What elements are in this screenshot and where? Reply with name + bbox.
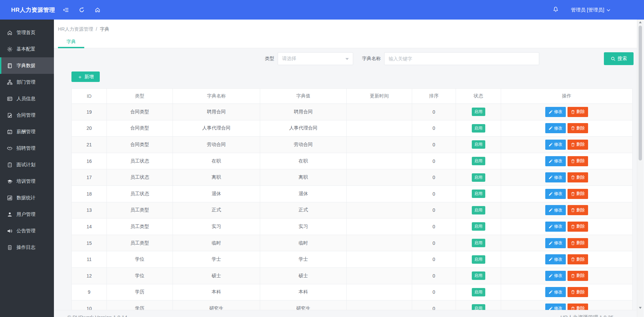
top-navbar: HR人力资源管理 管理员 [管理员] — [0, 0, 644, 20]
delete-button-label: 删除 — [576, 207, 585, 213]
bell-icon[interactable] — [553, 6, 559, 13]
sidebar-item-8[interactable]: ?面试计划 — [0, 156, 54, 173]
type-select[interactable]: 请选择 — [278, 52, 353, 65]
row-actions: 修改删除 — [545, 156, 588, 166]
table-row-11: 9学历本科本科0启用修改删除 — [72, 284, 632, 301]
sidebar-item-2[interactable]: 字典数据 — [0, 57, 54, 74]
cell-status: 启用 — [456, 235, 501, 251]
user-menu[interactable]: 管理员 [管理员] — [571, 7, 610, 13]
delete-button[interactable]: 删除 — [568, 172, 588, 182]
cell-type: 员工类型 — [107, 202, 173, 219]
delete-button[interactable]: 删除 — [568, 287, 588, 297]
sidebar-item-0[interactable]: 管理首页 — [0, 24, 54, 41]
cell-type: 学历 — [107, 284, 173, 300]
sidebar-item-4[interactable]: 人员信息 — [0, 90, 54, 107]
refresh-icon[interactable] — [79, 6, 85, 13]
delete-button-label: 删除 — [576, 224, 585, 229]
table-header: ID类型字典名称字典值更新时间排序状态操作 — [72, 89, 632, 104]
edit-button[interactable]: 修改 — [545, 254, 566, 264]
edit-button-label: 修改 — [554, 224, 562, 229]
scrollbar-up-arrow-icon[interactable] — [639, 21, 642, 23]
sidebar-item-13[interactable]: 操作日志 — [0, 239, 54, 256]
scrollbar-down-arrow-icon[interactable] — [639, 307, 642, 309]
svg-text:?: ? — [9, 164, 10, 167]
cell-dict-value: 离职 — [260, 169, 347, 185]
sidebar-item-7[interactable]: 招聘管理 — [0, 140, 54, 156]
dictionary-table: ID类型字典名称字典值更新时间排序状态操作 19合同类型聘用合同聘用合同0启用修… — [71, 88, 633, 317]
sidebar-item-12[interactable]: 公告管理 — [0, 223, 54, 239]
cell-dict-value: 劳动合同 — [260, 137, 347, 153]
status-badge: 启用 — [472, 157, 485, 165]
cell-dict-name: 劳动合同 — [173, 137, 260, 153]
type-filter-label: 类型 — [265, 56, 274, 62]
cell-id: 16 — [72, 153, 107, 169]
trash-icon — [571, 225, 575, 229]
edit-button[interactable]: 修改 — [545, 205, 566, 215]
delete-button[interactable]: 删除 — [568, 254, 588, 264]
sidebar-item-1[interactable]: 基本配置 — [0, 41, 54, 57]
row-actions: 修改删除 — [545, 271, 588, 281]
collapse-sidebar-icon[interactable] — [63, 6, 69, 13]
cell-actions: 修改删除 — [501, 120, 632, 137]
cell-updated-time — [347, 284, 412, 300]
scrollbar-thumb[interactable] — [639, 26, 642, 161]
delete-button[interactable]: 删除 — [568, 189, 588, 199]
cell-type: 学位 — [107, 251, 173, 267]
sidebar-item-11[interactable]: 用户管理 — [0, 206, 54, 223]
edit-button[interactable]: 修改 — [545, 107, 566, 117]
column-header-0: ID — [72, 89, 107, 104]
sidebar-item-label: 用户管理 — [17, 211, 35, 218]
cell-status: 启用 — [456, 202, 501, 219]
home-icon[interactable] — [94, 6, 101, 13]
delete-button[interactable]: 删除 — [568, 271, 588, 281]
delete-button[interactable]: 删除 — [568, 156, 588, 166]
edit-button[interactable]: 修改 — [545, 156, 566, 166]
cell-sort: 0 — [412, 153, 456, 169]
delete-button[interactable]: 删除 — [568, 205, 588, 215]
sidebar-item-5[interactable]: 合同管理 — [0, 107, 54, 123]
search-button[interactable]: 搜索 — [604, 52, 634, 65]
delete-button[interactable]: 删除 — [568, 222, 588, 232]
sidebar-item-6[interactable]: 薪酬管理 — [0, 123, 54, 140]
delete-button[interactable]: 删除 — [568, 123, 588, 133]
cell-actions: 修改删除 — [501, 186, 632, 202]
edit-button[interactable]: 修改 — [545, 238, 566, 248]
cell-actions: 修改删除 — [501, 202, 632, 219]
sidebar-item-3[interactable]: 部门管理 — [0, 74, 54, 90]
table-row-7: 14员工类型实习实习0启用修改删除 — [72, 219, 632, 235]
navbar-icons — [63, 6, 101, 13]
sidebar-item-9[interactable]: 培训管理 — [0, 173, 54, 190]
edit-button[interactable]: 修改 — [545, 271, 566, 281]
tab-dictionary[interactable]: 字典 — [58, 36, 84, 48]
cell-sort: 0 — [412, 251, 456, 267]
edit-button[interactable]: 修改 — [545, 140, 566, 150]
edit-button[interactable]: 修改 — [545, 123, 566, 133]
pencil-icon — [549, 159, 553, 163]
column-label: 类型 — [135, 93, 145, 99]
status-badge: 启用 — [472, 173, 485, 182]
breadcrumb-root[interactable]: HR人力资源管理 — [58, 26, 93, 32]
add-button-label: 新增 — [85, 74, 94, 80]
sidebar-item-10[interactable]: 数据统计 — [0, 190, 54, 206]
cell-updated-time — [347, 268, 412, 284]
delete-button[interactable]: 删除 — [568, 238, 588, 248]
delete-button[interactable]: 删除 — [568, 107, 588, 117]
add-button[interactable]: ＋ 新增 — [71, 71, 100, 82]
dict-name-input[interactable] — [384, 52, 539, 65]
table-row-8: 15员工类型临时临时0启用修改删除 — [72, 235, 632, 252]
table-row-5: 18员工状态退休退休0启用修改删除 — [72, 186, 632, 202]
edit-button[interactable]: 修改 — [545, 287, 566, 297]
edit-button[interactable]: 修改 — [545, 189, 566, 199]
cell-id: 9 — [72, 284, 107, 300]
edit-button-label: 修改 — [554, 289, 562, 295]
edit-button-label: 修改 — [554, 142, 562, 147]
cell-status: 启用 — [456, 120, 501, 137]
cell-type: 员工状态 — [107, 153, 173, 169]
cell-dict-value: 退休 — [260, 186, 347, 202]
edit-button[interactable]: 修改 — [545, 222, 566, 232]
delete-button[interactable]: 删除 — [568, 140, 588, 150]
edit-button[interactable]: 修改 — [545, 172, 566, 182]
column-header-2: 字典名称 — [173, 89, 260, 104]
trash-icon — [571, 159, 575, 163]
cell-actions: 修改删除 — [501, 219, 632, 235]
